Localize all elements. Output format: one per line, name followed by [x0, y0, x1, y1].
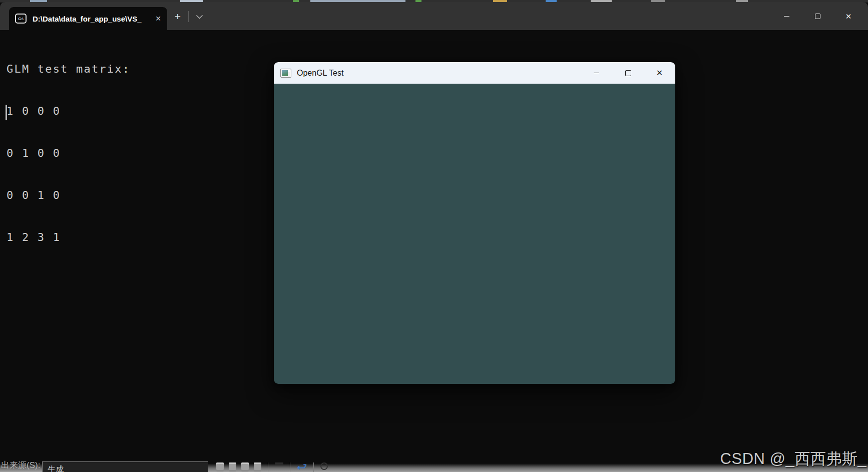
console-line: GLM test matrix: — [7, 62, 130, 76]
vs-output-source-combobox[interactable]: 生成 — [42, 461, 208, 472]
output-toolbar-icon[interactable] — [241, 462, 249, 471]
opengl-maximize-button[interactable] — [612, 62, 644, 84]
maximize-icon — [625, 70, 631, 76]
tab-close-icon[interactable]: ✕ — [155, 15, 161, 22]
opengl-app-icon-highlight — [288, 70, 290, 72]
opengl-window: OpenGL Test ✕ — [274, 62, 675, 384]
tab-dropdown-button[interactable] — [192, 9, 207, 24]
console-line: 0 0 1 0 — [7, 188, 130, 202]
console-line: 0 1 0 0 — [7, 146, 130, 160]
close-icon: ✕ — [845, 13, 852, 20]
cmd-prompt-icon: C:\ — [15, 14, 27, 24]
terminal-titlebar[interactable]: C:\ D:\Data\data_for_app_use\VS_ ✕ + ✕ — [0, 2, 868, 30]
close-icon: ✕ — [656, 69, 663, 77]
toolbar-separator — [290, 462, 290, 472]
opengl-app-icon — [280, 69, 291, 78]
console-line: 1 2 3 1 — [7, 230, 130, 245]
screen: C:\ D:\Data\data_for_app_use\VS_ ✕ + ✕ — [0, 0, 868, 472]
terminal-tab-title: D:\Data\data_for_app_use\VS_ — [33, 15, 150, 23]
opengl-close-button[interactable]: ✕ — [644, 62, 675, 84]
maximize-button[interactable] — [802, 2, 833, 30]
opengl-window-controls: ✕ — [581, 62, 675, 84]
opengl-titlebar[interactable]: OpenGL Test ✕ — [274, 62, 675, 84]
word-wrap-icon[interactable] — [275, 462, 283, 470]
opengl-minimize-button[interactable] — [581, 62, 612, 84]
tabbar-separator — [188, 11, 189, 22]
console-line: 1 0 0 0 — [7, 104, 130, 118]
autoscroll-icon[interactable]: ⮐ — [297, 462, 307, 470]
close-button[interactable]: ✕ — [833, 2, 864, 30]
minimize-icon — [784, 16, 789, 17]
opengl-app-icon-screen — [282, 70, 288, 76]
chevron-down-icon — [196, 12, 203, 19]
toolbar-separator — [313, 462, 314, 472]
minimize-button[interactable] — [771, 2, 802, 30]
vs-output-toolbar: ⮐ — [216, 462, 328, 472]
output-toolbar-icon[interactable] — [254, 462, 261, 471]
opengl-window-title: OpenGL Test — [297, 69, 343, 78]
vs-output-source-label: 出来源(S): — [1, 459, 40, 471]
csdn-watermark: CSDN @_西西弗斯_ — [720, 448, 866, 469]
toolbar-separator — [268, 462, 268, 472]
maximize-icon — [815, 14, 820, 19]
minimize-icon — [594, 73, 599, 73]
console-output[interactable]: GLM test matrix: 1 0 0 0 0 1 0 0 0 0 1 0… — [7, 34, 130, 273]
terminal-cursor — [6, 105, 7, 120]
terminal-tab[interactable]: C:\ D:\Data\data_for_app_use\VS_ ✕ — [9, 7, 167, 30]
new-tab-button[interactable]: + — [170, 9, 185, 24]
opengl-viewport[interactable] — [274, 84, 675, 384]
output-toolbar-icon[interactable] — [229, 462, 236, 471]
terminal-window-controls: ✕ — [771, 2, 864, 30]
output-toolbar-icon[interactable] — [216, 462, 224, 471]
clear-output-icon[interactable] — [320, 462, 328, 470]
vs-output-bar: 出来源(S): 生成 ⮐ — [0, 459, 430, 472]
